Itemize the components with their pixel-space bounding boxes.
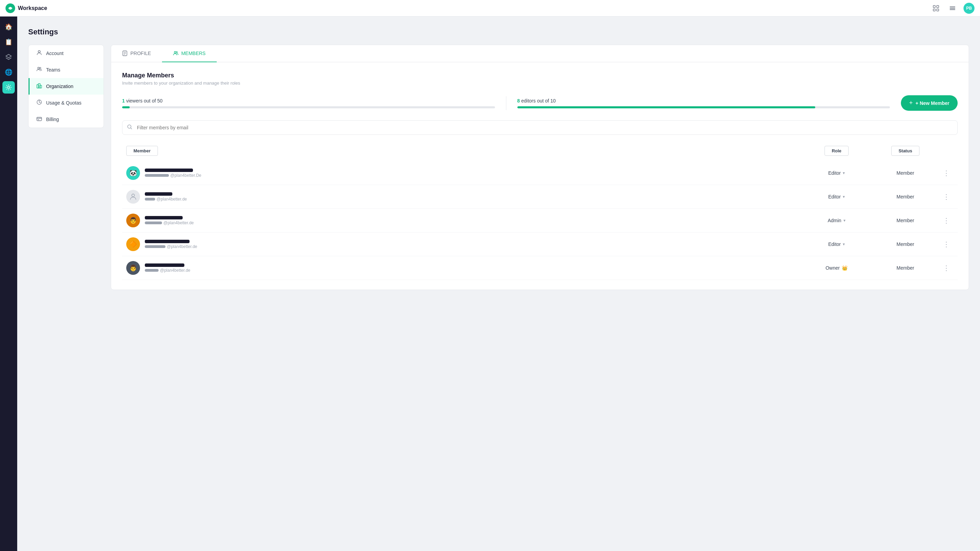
member-name-block: @plan4better.de	[145, 263, 190, 273]
member-name-block: @plan4better.de	[145, 240, 197, 249]
tab-members[interactable]: MEMBERS	[162, 45, 217, 62]
svg-point-9	[8, 86, 10, 88]
member-name-bar	[145, 192, 172, 196]
member-status-cell: Member	[871, 194, 940, 199]
svg-rect-6	[950, 6, 955, 7]
member-name-bar	[145, 240, 189, 243]
member-email-partial-bar	[145, 221, 162, 224]
member-avatar: 👨	[126, 261, 140, 275]
nav-data[interactable]	[2, 51, 15, 63]
member-email: @plan4better.de	[167, 244, 197, 249]
svg-rect-20	[37, 117, 41, 121]
viewers-label: 1 viewers out of 50	[122, 98, 495, 104]
menu-icon-button[interactable]	[947, 3, 958, 14]
member-info: 🔶 @plan4better.de	[126, 237, 802, 251]
member-email-partial-bar	[145, 269, 159, 272]
th-member: Member	[126, 146, 802, 156]
sidebar-item-billing[interactable]: Billing	[29, 111, 103, 127]
content-body: Manage Members Invite members to your or…	[111, 62, 969, 290]
member-avatar	[126, 190, 140, 204]
grid-icon-button[interactable]	[931, 3, 942, 14]
settings-content-panel: PROFILE MEMBERS Manage Members	[111, 45, 969, 290]
viewers-count: 1	[122, 98, 125, 104]
member-email: @plan4better.de	[163, 220, 194, 225]
stat-divider	[506, 96, 506, 110]
svg-point-27	[174, 52, 176, 53]
member-role-cell[interactable]: Admin ▾	[802, 218, 871, 223]
member-status: Member	[896, 218, 914, 223]
chevron-down-icon: ▾	[843, 242, 845, 247]
chevron-down-icon: ▾	[843, 218, 845, 223]
member-more-button[interactable]: ⋮	[940, 217, 953, 225]
settings-sidebar: Account Teams	[28, 45, 104, 128]
organization-icon	[37, 83, 42, 90]
member-more-button[interactable]: ⋮	[940, 193, 953, 201]
svg-rect-3	[937, 5, 939, 8]
teams-icon	[37, 66, 42, 73]
sidebar-item-organization[interactable]: Organization	[29, 78, 103, 95]
member-more-button[interactable]: ⋮	[940, 240, 953, 248]
editors-count: 8	[517, 98, 520, 104]
th-member-box: Member	[126, 146, 158, 156]
sidebar-item-teams[interactable]: Teams	[29, 62, 103, 78]
member-role-cell[interactable]: Editor ▾	[802, 194, 871, 199]
member-status: Member	[896, 242, 914, 247]
app-title: Workspace	[18, 5, 47, 11]
sidebar-item-usage[interactable]: Usage & Quotas	[29, 95, 103, 111]
member-role: Editor	[828, 170, 841, 176]
tab-profile[interactable]: PROFILE	[111, 45, 162, 62]
member-email: @plan4better.de	[160, 268, 190, 273]
nav-boards[interactable]: 📋	[2, 36, 15, 48]
search-input[interactable]	[122, 120, 958, 135]
members-list: 🐼 @plan4better.De Editor ▾ Member ⋮	[122, 161, 958, 280]
sidebar-usage-label: Usage & Quotas	[46, 100, 81, 105]
nav-globe[interactable]: 🌐	[2, 66, 15, 78]
manage-members-title: Manage Members	[122, 72, 958, 79]
chevron-down-icon: ▾	[843, 194, 845, 199]
viewers-stat: 1 viewers out of 50	[122, 98, 495, 108]
editors-bar-fill	[517, 106, 816, 108]
sidebar-teams-label: Teams	[46, 67, 60, 73]
sidebar-account-label: Account	[46, 51, 64, 56]
sidebar-organization-label: Organization	[46, 84, 73, 89]
user-avatar[interactable]: PB	[964, 3, 975, 14]
svg-point-12	[40, 67, 41, 69]
nav-home[interactable]: 🏠	[2, 21, 15, 33]
svg-rect-4	[933, 9, 935, 11]
app-logo[interactable]: Workspace	[5, 3, 47, 13]
member-avatar: 👨	[126, 213, 140, 227]
member-role-cell[interactable]: Owner 👑	[802, 265, 871, 271]
billing-icon	[37, 116, 42, 123]
settings-area: Settings Account	[17, 16, 980, 551]
main-wrapper: Settings Account	[17, 16, 980, 551]
member-role-cell[interactable]: Editor ▾	[802, 170, 871, 176]
editors-stat: 8 editors out of 10	[517, 98, 890, 108]
svg-point-1	[9, 7, 11, 9]
content-tabs: PROFILE MEMBERS	[111, 45, 969, 62]
member-name-block: @plan4better.de	[145, 216, 194, 225]
member-email: @plan4better.de	[156, 197, 187, 202]
member-role-cell[interactable]: Editor ▾	[802, 242, 871, 247]
topbar: Workspace PB	[0, 0, 980, 16]
manage-members-subtitle: Invite members to your organization and …	[122, 81, 958, 86]
svg-rect-8	[950, 9, 955, 10]
settings-layout: Account Teams	[28, 45, 969, 290]
member-more-button[interactable]: ⋮	[940, 169, 953, 177]
left-nav: 🏠 📋 🌐	[0, 16, 17, 551]
member-avatar: 🐼	[126, 166, 140, 180]
sidebar-item-account[interactable]: Account	[29, 45, 103, 62]
member-more-button[interactable]: ⋮	[940, 264, 953, 272]
member-role: Owner	[826, 265, 840, 271]
nav-settings[interactable]	[2, 81, 15, 94]
viewers-bar-bg	[122, 106, 495, 108]
th-role-cell: Role	[802, 146, 871, 156]
member-name-bar	[145, 169, 193, 172]
member-status-cell: Member	[871, 218, 940, 223]
svg-line-30	[131, 128, 132, 129]
topbar-right: PB	[931, 3, 975, 14]
new-member-button[interactable]: + + New Member	[901, 95, 958, 111]
grid-icon	[933, 5, 939, 11]
svg-rect-2	[933, 5, 935, 8]
viewers-label-text: viewers out of 50	[126, 98, 163, 104]
members-tab-icon	[173, 51, 178, 56]
